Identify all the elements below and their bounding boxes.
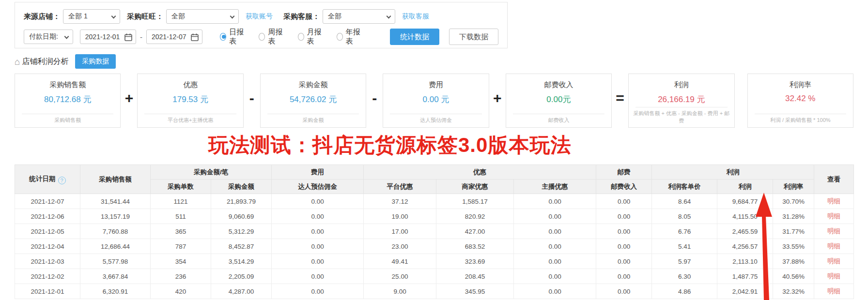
card-formula: 平台优惠+主播优惠 (138, 114, 243, 127)
report-radio-3[interactable]: 月报表 (298, 28, 324, 46)
cell-value: 1,585.17 (436, 194, 514, 209)
cell-value: 31,541.44 (80, 194, 151, 209)
calendar-icon[interactable] (124, 33, 132, 43)
col-subheader: 邮费收入 (596, 180, 652, 194)
detail-link[interactable]: 明细 (827, 287, 840, 295)
detail-link[interactable]: 明细 (827, 212, 840, 220)
cell-value: 5,577.98 (80, 254, 151, 269)
operator-sign: - (244, 74, 260, 128)
operator-sign: - (366, 74, 383, 128)
date-range-dash: - (140, 33, 142, 41)
date-end-input[interactable]: 2021-12-07 (146, 30, 202, 44)
cell-value: 8.64 (652, 194, 717, 209)
cell-date: 2021-12-06 (15, 209, 80, 224)
card-title: 优惠 (138, 80, 243, 90)
date-end-value: 2021-12-07 (152, 33, 186, 41)
detail-link[interactable]: 明细 (827, 197, 840, 205)
card-value: 26,166.19 元 (629, 94, 734, 105)
card-formula: 采购金额 (261, 114, 366, 127)
radio-icon[interactable] (259, 33, 265, 41)
cell-value: 1121 (151, 194, 211, 209)
cell-date: 2021-12-02 (15, 269, 80, 284)
stats-button[interactable]: 统计数据 (390, 29, 439, 45)
table-header: 统计日期?采购销售额采购金额/笔费用优惠邮费利润查看采购单数采购金额达人预估佣金… (15, 165, 854, 194)
cell-value: 0.00 (272, 239, 364, 254)
cell-value: 8.05 (652, 209, 717, 224)
summary-card-1: 采购销售额80,712.68 元采购销售额 (15, 74, 121, 128)
summary-card-7: 利润率32.42 %利润 / 采购销售额 * 100% (747, 74, 853, 128)
card-value: 32.42 % (748, 94, 853, 104)
cell-value: 13,157.19 (80, 209, 151, 224)
profit-table: 统计日期?采购销售额采购金额/笔费用优惠邮费利润查看采购单数采购金额达人预估佣金… (15, 165, 854, 299)
card-value: 0.00元 (506, 94, 611, 105)
service-label: 采购客服： (283, 12, 320, 21)
detail-link[interactable]: 明细 (827, 272, 840, 280)
radio-selected-icon[interactable] (220, 33, 226, 41)
report-radio-2[interactable]: 周报表 (259, 28, 285, 46)
cell-value: 49.41 (364, 254, 436, 269)
cell-date: 2021-12-05 (15, 224, 80, 239)
cell-value: 683.52 (436, 239, 514, 254)
detail-link[interactable]: 明细 (827, 242, 840, 250)
cell-value: 0.00 (272, 194, 364, 209)
radio-icon[interactable] (337, 33, 343, 41)
report-radio-label: 日报表 (229, 28, 246, 46)
wangwang-value: 全部 (171, 12, 185, 21)
chevron-down-icon (111, 14, 116, 19)
watermark-text: 玩法测试：抖店无货源标签3.0版本玩法 (208, 132, 571, 159)
report-radio-4[interactable]: 年报表 (337, 28, 363, 46)
cell-value: 787 (151, 239, 211, 254)
date-type-value: 付款日期: (29, 32, 58, 41)
table-row: 2021-12-057,760.883655,312.290.0017.0042… (15, 224, 854, 239)
calendar-icon[interactable] (191, 33, 199, 43)
service-value: 全部 (328, 12, 341, 21)
cell-value: 0.00 (272, 269, 364, 284)
col-header: 邮费 (596, 165, 652, 180)
purchase-data-tab[interactable]: 采购数据 (75, 54, 116, 69)
chevron-down-icon (387, 14, 391, 19)
radio-icon[interactable] (298, 33, 304, 41)
cell-value: 0.00 (514, 254, 596, 269)
card-value: 80,712.68 元 (15, 94, 120, 105)
service-select[interactable]: 全部 (323, 9, 395, 24)
cell-value: 365 (151, 224, 211, 239)
col-subheader: 主播优惠 (514, 180, 596, 194)
card-title: 利润 (629, 80, 734, 90)
date-start-input[interactable]: 2021-12-01 (80, 30, 136, 44)
cell-value: 427.00 (436, 224, 514, 239)
cell-action: 明细 (814, 254, 854, 269)
detail-link[interactable]: 明细 (827, 227, 840, 235)
col-header: 采购销售额 (80, 165, 151, 194)
col-header: 费用 (272, 165, 364, 180)
cell-value: 0.00 (514, 284, 596, 299)
cell-value: 9.00 (364, 284, 436, 299)
cell-value: 21,893.79 (211, 194, 272, 209)
card-formula: 采购销售额 + 优惠 - 采购金额 - 费用 + 邮费 (629, 107, 734, 127)
help-icon[interactable]: ? (58, 177, 66, 184)
get-service-link[interactable]: 获取客服 (402, 12, 429, 21)
wangwang-select[interactable]: 全部 (166, 9, 239, 24)
operator-sign: + (121, 74, 137, 128)
operator-sign: = (612, 74, 628, 128)
cell-action: 明细 (814, 209, 854, 224)
date-start-value: 2021-12-01 (85, 33, 120, 41)
cell-value: 0.00 (514, 269, 596, 284)
cell-value: 0.00 (596, 194, 652, 209)
detail-link[interactable]: 明细 (827, 257, 840, 265)
card-formula: 采购销售额 (15, 114, 120, 127)
cell-date: 2021-12-04 (15, 239, 80, 254)
get-account-link[interactable]: 获取账号 (246, 12, 273, 21)
cell-value: 0.00 (596, 269, 652, 284)
source-shop-select[interactable]: 全部 1 (63, 9, 120, 24)
download-button[interactable]: 下载数据 (449, 29, 498, 45)
cell-value: 37.12 (364, 194, 436, 209)
date-type-select[interactable]: 付款日期: (24, 30, 73, 44)
cell-value: 0.00 (596, 254, 652, 269)
cell-value: 0.00 (272, 209, 364, 224)
report-radio-1[interactable]: 日报表 (220, 28, 246, 46)
card-title: 利润率 (748, 80, 853, 90)
cell-value: 17.00 (364, 224, 436, 239)
card-title: 采购金额 (261, 80, 366, 90)
col-header: 利润 (652, 165, 814, 180)
cell-value: 0.00 (272, 254, 364, 269)
